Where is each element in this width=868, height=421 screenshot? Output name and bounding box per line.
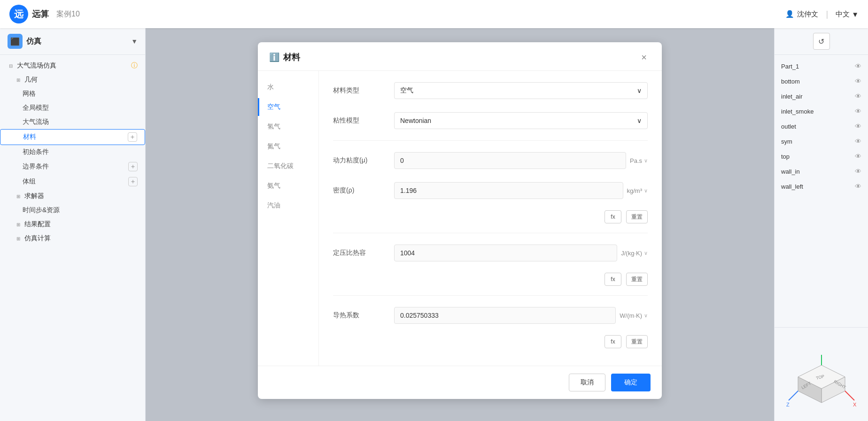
logo-icon: 远 — [9, 5, 28, 23]
specific-heat-reset-button[interactable]: 重置 — [626, 273, 648, 286]
sidebar-item-result-cfg[interactable]: ⊞ 结果配置 — [0, 217, 145, 231]
material-item-water[interactable]: 水 — [258, 78, 318, 96]
sidebar-item-timestep[interactable]: 时间步&资源 — [0, 203, 145, 217]
sidebar-item-material[interactable]: 材料 ＋ — [0, 129, 145, 145]
specific-heat-label: 定压比热容 — [333, 249, 394, 257]
eye-icon[interactable]: 👁 — [855, 138, 861, 145]
thermal-cond-action-row: fx 重置 — [333, 335, 648, 348]
boundary-add-icon[interactable]: ＋ — [128, 162, 138, 171]
material-item-hydrogen[interactable]: 氢气 — [258, 118, 318, 136]
dynamic-viscosity-unit[interactable]: Pa.s ∨ — [630, 157, 648, 164]
3d-cube-svg: Z X TOP RIGHT LEFT — [784, 337, 859, 412]
material-item-air[interactable]: 空气 — [258, 98, 318, 116]
thermal-cond-unit-text: W/(m·K) — [620, 312, 642, 319]
dynamic-viscosity-unit-chevron-icon: ∨ — [644, 158, 648, 164]
sidebar-item-mesh[interactable]: 网格 — [0, 87, 145, 101]
sidebar-item-boundary[interactable]: 边界条件 ＋ — [0, 159, 145, 174]
user-info[interactable]: 👤 沈仲文 — [785, 10, 818, 19]
eye-icon[interactable]: 👁 — [855, 183, 861, 190]
dialog-close-button[interactable]: × — [637, 51, 651, 64]
thermal-cond-fx-button[interactable]: fx — [604, 335, 621, 348]
density-input[interactable] — [394, 182, 623, 199]
material-item-gasoline[interactable]: 汽油 — [258, 197, 318, 214]
expand-icon-result-cfg: ⊞ — [15, 222, 22, 227]
sidebar-chevron-icon[interactable]: ▼ — [131, 38, 138, 45]
sidebar-item-atm[interactable]: ⊟ 大气流场仿真 ⓘ — [0, 59, 145, 73]
viscosity-model-select-value: Newtonian — [400, 117, 431, 124]
sidebar-tree: ⊟ 大气流场仿真 ⓘ ⊞ 几何 网格 全局模型 大气流场 材料 ＋ 初始条件 — [0, 55, 145, 249]
dialog-title: ℹ️ 材料 — [269, 52, 300, 63]
dynamic-viscosity-input[interactable] — [394, 152, 626, 169]
specific-heat-fx-button[interactable]: fx — [604, 273, 621, 286]
material-item-nitrogen[interactable]: 氮气 — [258, 138, 318, 155]
density-value-area: kg/m³ ∨ — [394, 182, 648, 199]
specific-heat-input[interactable] — [394, 245, 617, 261]
list-item[interactable]: top 👁 — [775, 149, 868, 164]
list-item[interactable]: Part_1 👁 — [775, 59, 868, 74]
density-unit[interactable]: kg/m³ ∨ — [627, 187, 648, 194]
density-action-row: fx 重置 — [333, 210, 648, 223]
material-dialog: ℹ️ 材料 × 水 空气 氢气 氮气 二氧化碳 氨气 汽油 材料类型 — [258, 42, 662, 399]
sidebar-item-phase[interactable]: 体组 ＋ — [0, 174, 145, 189]
phase-add-icon[interactable]: ＋ — [128, 177, 138, 186]
eye-icon[interactable]: 👁 — [855, 77, 861, 85]
material-add-icon[interactable]: ＋ — [128, 132, 137, 142]
eye-icon[interactable]: 👁 — [855, 107, 861, 115]
expand-icon-solver: ⊞ — [15, 194, 22, 199]
sidebar-item-atm-flow[interactable]: 大气流场 — [0, 115, 145, 129]
eye-icon[interactable]: 👁 — [855, 92, 861, 100]
language-selector[interactable]: 中文 ▼ — [836, 10, 859, 19]
sidebar-item-init-cond[interactable]: 初始条件 — [0, 145, 145, 159]
material-type-select-value: 空气 — [400, 86, 413, 95]
svg-text:Z: Z — [786, 402, 790, 407]
project-title: 案例10 — [56, 9, 80, 19]
separator-3 — [333, 295, 648, 296]
logo-area: 远 远算 案例10 — [9, 5, 80, 23]
material-type-chevron-icon: ∨ — [637, 87, 642, 94]
material-item-co2[interactable]: 二氧化碳 — [258, 157, 318, 175]
eye-icon[interactable]: 👁 — [855, 153, 861, 160]
eye-icon[interactable]: 👁 — [855, 62, 861, 70]
sidebar-item-sim-calc[interactable]: ⊞ 仿真计算 — [0, 231, 145, 245]
viscosity-model-label: 粘性模型 — [333, 116, 394, 125]
density-unit-chevron-icon: ∨ — [644, 188, 648, 194]
list-item[interactable]: inlet_smoke 👁 — [775, 104, 868, 119]
svg-line-3 — [789, 391, 798, 400]
list-item[interactable]: inlet_air 👁 — [775, 89, 868, 104]
viscosity-model-select[interactable]: Newtonian ∨ — [394, 112, 648, 129]
sidebar-header-left: ⬛ 仿真 — [8, 34, 41, 49]
thermal-cond-reset-button[interactable]: 重置 — [626, 335, 648, 348]
list-item[interactable]: sym 👁 — [775, 134, 868, 149]
list-item[interactable]: wall_left 👁 — [775, 179, 868, 194]
refresh-button[interactable]: ↺ — [813, 33, 830, 50]
user-icon: 👤 — [785, 10, 794, 18]
sidebar-item-solver[interactable]: ⊞ 求解器 — [0, 189, 145, 203]
material-type-value: 空气 ∨ — [394, 82, 648, 99]
thermal-cond-input[interactable] — [394, 307, 616, 324]
cancel-button[interactable]: 取消 — [569, 374, 605, 391]
density-fx-button[interactable]: fx — [604, 210, 621, 223]
confirm-button[interactable]: 确定 — [611, 374, 651, 391]
list-item[interactable]: outlet 👁 — [775, 119, 868, 134]
specific-heat-unit[interactable]: J/(kg·K) ∨ — [621, 250, 648, 257]
specific-heat-unit-text: J/(kg·K) — [621, 250, 642, 257]
sidebar-label-global-model: 全局模型 — [23, 104, 49, 112]
eye-icon[interactable]: 👁 — [855, 168, 861, 175]
dialog-body: 水 空气 氢气 氮气 二氧化碳 氨气 汽油 材料类型 空气 ∨ — [258, 71, 662, 366]
dialog-title-icon: ℹ️ — [269, 52, 279, 62]
list-item[interactable]: wall_in 👁 — [775, 164, 868, 179]
sidebar-item-geom[interactable]: ⊞ 几何 — [0, 73, 145, 87]
svg-line-5 — [845, 391, 854, 400]
density-reset-button[interactable]: 重置 — [626, 210, 648, 223]
svg-text:X: X — [853, 402, 857, 407]
material-list: 水 空气 氢气 氮气 二氧化碳 氨气 汽油 — [258, 71, 319, 366]
list-item[interactable]: bottom 👁 — [775, 74, 868, 89]
right-list: Part_1 👁 bottom 👁 inlet_air 👁 inlet_smok… — [775, 55, 868, 327]
separator-2 — [333, 233, 648, 233]
eye-icon[interactable]: 👁 — [855, 122, 861, 130]
thermal-cond-unit[interactable]: W/(m·K) ∨ — [620, 312, 648, 319]
sidebar-item-global-model[interactable]: 全局模型 — [0, 101, 145, 115]
sidebar-label-phase: 体组 — [23, 177, 36, 186]
material-type-select[interactable]: 空气 ∨ — [394, 82, 648, 99]
material-item-ammonia[interactable]: 氨气 — [258, 177, 318, 195]
